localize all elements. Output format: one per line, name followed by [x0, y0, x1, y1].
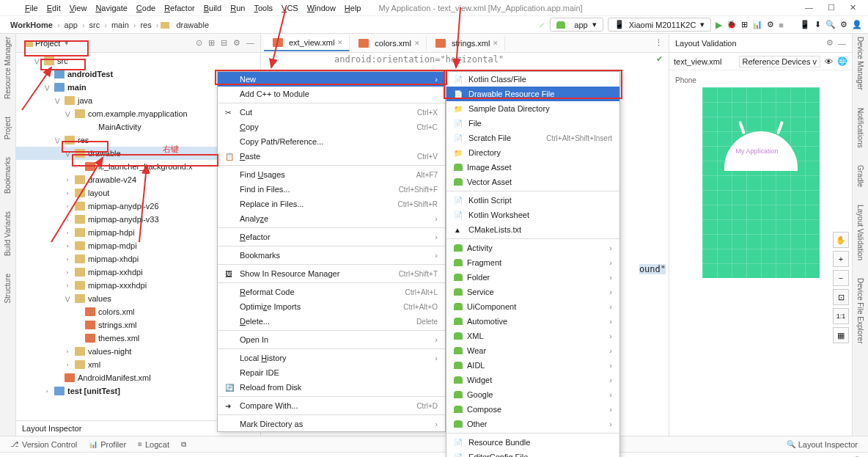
menu-item[interactable]: 📄Resource Bundle: [446, 435, 619, 450]
menu-item[interactable]: Bookmarks›: [218, 248, 445, 263]
reference-devices-selector[interactable]: Reference Devices v: [739, 56, 821, 67]
layout-inspector-bottom[interactable]: 🔍 Layout Inspector: [781, 440, 864, 449]
zoom-fit-icon[interactable]: ⊡: [833, 289, 849, 305]
project-view-selector[interactable]: Project: [35, 39, 60, 48]
attach-icon[interactable]: ⚙: [767, 20, 774, 29]
profiler-tab[interactable]: 📊 Profiler: [83, 440, 132, 449]
device-selector[interactable]: 📱Xiaomi M2011K2C▾: [608, 18, 712, 32]
rail-project[interactable]: Project: [4, 117, 12, 139]
logcat-tab[interactable]: ≡ Logcat: [132, 440, 175, 449]
editor-tab[interactable]: strings.xml✕: [427, 36, 506, 51]
menu-item[interactable]: 📄File: [446, 116, 619, 131]
rail-gradle[interactable]: Gradle: [856, 165, 864, 187]
menu-item[interactable]: Analyze›: [218, 211, 445, 226]
rail-structure[interactable]: Structure: [4, 274, 12, 304]
menu-item[interactable]: Add C++ to Module: [218, 87, 445, 101]
menu-item[interactable]: Google›: [446, 387, 619, 402]
menu-item[interactable]: Activity›: [446, 241, 619, 255]
menu-item[interactable]: 📄Kotlin Script: [446, 193, 619, 208]
tabs-more-icon[interactable]: ⋮: [649, 38, 669, 48]
search-icon[interactable]: 🔍: [825, 20, 836, 29]
menu-item[interactable]: 📄Scratch FileCtrl+Alt+Shift+Insert: [446, 131, 619, 145]
pan-icon[interactable]: ✋: [833, 232, 849, 248]
menu-item[interactable]: Delete...Delete: [218, 314, 445, 329]
menu-item[interactable]: Find UsagesAlt+F7: [218, 167, 445, 182]
project-dropdown-icon[interactable]: ▾: [65, 38, 69, 48]
breadcrumb[interactable]: res: [136, 21, 155, 29]
stop-icon[interactable]: ■: [779, 21, 784, 29]
close-tab-icon[interactable]: ✕: [414, 40, 420, 47]
breadcrumb[interactable]: src: [85, 21, 105, 29]
menu-item[interactable]: Folder›: [446, 270, 619, 285]
one-to-one-icon[interactable]: 1:1: [833, 308, 849, 324]
menu-item[interactable]: 📄Drawable Resource File: [446, 87, 619, 101]
settings-icon[interactable]: ⚙: [840, 20, 847, 29]
editor-tab[interactable]: colors.xml✕: [350, 36, 427, 51]
menu-item[interactable]: CopyCtrl+C: [218, 120, 445, 134]
version-control-tab[interactable]: ⎇ Version Control: [4, 440, 83, 449]
menu-item[interactable]: 📋PasteCtrl+V: [218, 149, 445, 164]
menu-view[interactable]: View: [65, 1, 92, 15]
rail-bookmarks[interactable]: Bookmarks: [4, 157, 12, 194]
menu-item[interactable]: ➜Compare With...Ctrl+D: [218, 398, 445, 413]
context-menu[interactable]: New›Add C++ to Module✂CutCtrl+XCopyCtrl+…: [217, 71, 446, 432]
menu-build[interactable]: Build: [199, 1, 226, 15]
menu-item[interactable]: Other›: [446, 417, 619, 431]
locale-icon[interactable]: 🌐: [837, 56, 847, 66]
menu-run[interactable]: Run: [226, 1, 249, 15]
rail-notifications[interactable]: Notifications: [856, 108, 864, 147]
menu-navigate[interactable]: Navigate: [91, 1, 131, 15]
menu-item[interactable]: 🔄Reload from Disk: [218, 380, 445, 395]
hide-icon[interactable]: —: [838, 39, 846, 48]
menu-item[interactable]: Reformat CodeCtrl+Alt+L: [218, 285, 445, 299]
minimize-icon[interactable]: —: [805, 3, 813, 12]
menu-item[interactable]: Image Asset: [446, 160, 619, 175]
menu-item[interactable]: 📄Kotlin Class/File: [446, 72, 619, 87]
menu-refactor[interactable]: Refactor: [160, 1, 199, 15]
menu-item[interactable]: 📁Directory: [446, 145, 619, 160]
menu-help[interactable]: Help: [340, 1, 366, 15]
menu-item[interactable]: Service›: [446, 285, 619, 299]
menu-vcs[interactable]: VCS: [277, 1, 303, 15]
maximize-icon[interactable]: ☐: [828, 3, 835, 12]
menu-file[interactable]: File: [21, 1, 43, 15]
zoom-out-icon[interactable]: −: [833, 270, 849, 286]
rail-device-file-explorer[interactable]: Device File Explorer: [856, 278, 864, 343]
menu-item[interactable]: UiComponent›: [446, 299, 619, 314]
menu-item[interactable]: 🖼Show In Resource ManagerCtrl+Shift+T: [218, 266, 445, 281]
run-icon[interactable]: ▶: [716, 20, 722, 30]
menu-code[interactable]: Code: [132, 1, 160, 15]
menu-item[interactable]: AIDL›: [446, 358, 619, 373]
account-icon[interactable]: 👤: [852, 20, 862, 29]
menu-item[interactable]: Refactor›: [218, 230, 445, 244]
collapse-all-icon[interactable]: ⊟: [221, 38, 227, 48]
menu-item[interactable]: XML›: [446, 329, 619, 343]
rail-layout-validation[interactable]: Layout Validation: [856, 205, 864, 260]
menu-item[interactable]: 📁Sample Data Directory: [446, 101, 619, 116]
avd-icon[interactable]: 📱: [800, 20, 810, 29]
rail-build-variants[interactable]: Build Variants: [4, 211, 12, 256]
menu-item[interactable]: Local History›: [218, 351, 445, 365]
menu-item[interactable]: Replace in Files...Ctrl+Shift+R: [218, 197, 445, 211]
device-preview[interactable]: My Application: [702, 87, 820, 278]
menu-edit[interactable]: Edit: [43, 1, 65, 15]
menu-item[interactable]: 📄EditorConfig File: [446, 450, 619, 457]
debug-icon[interactable]: 🐞: [727, 20, 737, 29]
menu-item[interactable]: New›: [218, 72, 445, 87]
tree-node[interactable]: ⋁src: [16, 54, 260, 67]
tool-settings-icon[interactable]: ⚙: [233, 38, 240, 48]
menu-item[interactable]: Vector Asset: [446, 175, 619, 189]
terminal-tab[interactable]: ⧉: [175, 440, 192, 449]
menu-window[interactable]: Window: [303, 1, 340, 15]
menu-item[interactable]: Open In›: [218, 332, 445, 347]
hide-icon[interactable]: —: [246, 38, 254, 48]
menu-item[interactable]: Optimize ImportsCtrl+Alt+O: [218, 299, 445, 314]
expand-all-icon[interactable]: ⊞: [208, 38, 215, 48]
menu-item[interactable]: ▲CMakeLists.txt: [446, 222, 619, 237]
inspection-ok-icon[interactable]: ✔: [656, 54, 663, 64]
sync-icon[interactable]: ⟋: [537, 21, 545, 29]
sdk-icon[interactable]: ⬇: [814, 20, 821, 29]
menu-item[interactable]: Mark Directory as›: [218, 417, 445, 431]
breadcrumb[interactable]: main: [107, 21, 133, 29]
menu-item[interactable]: Wear›: [446, 343, 619, 358]
